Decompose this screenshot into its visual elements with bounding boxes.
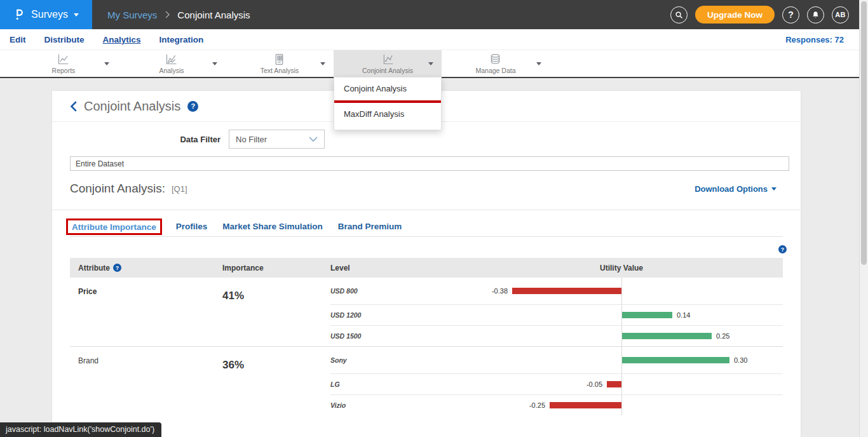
chevron-right-icon: [165, 11, 170, 18]
breadcrumb-current: Conjoint Analysis: [177, 10, 250, 20]
annotation-red-box: Attribute Importance: [66, 218, 162, 235]
divider: [70, 236, 783, 237]
back-chevron-icon[interactable]: [70, 101, 77, 112]
table-help-icon[interactable]: ?: [778, 245, 787, 253]
section-title: Conjoint Analysis:: [70, 182, 165, 196]
toolbar-item-label: Analysis: [159, 67, 184, 74]
utility-bar: [622, 357, 729, 363]
chevron-down-icon[interactable]: [104, 62, 109, 65]
toolbar-item-label: Conjoint Analysis: [362, 67, 413, 74]
toolbar-item-label: Manage Data: [475, 67, 515, 74]
vertical-scrollbar[interactable]: [859, 0, 868, 437]
level-row: Vizio-0.25: [330, 394, 783, 415]
page-help-icon[interactable]: ?: [187, 101, 198, 112]
importance-value: 41%: [222, 278, 330, 346]
level-label: USD 1200: [330, 311, 361, 319]
responses-count: Responses: 72: [785, 35, 859, 44]
line-chart-icon: [57, 53, 70, 66]
nav-distribute[interactable]: Distribute: [44, 35, 85, 44]
utility-value-label: -0.05: [587, 380, 602, 388]
chevron-down-icon[interactable]: [536, 62, 541, 65]
nav-edit[interactable]: Edit: [10, 35, 26, 44]
col-importance: Importance: [222, 264, 330, 272]
nav-analytics[interactable]: Analytics: [103, 35, 141, 44]
menu-item-maxdiff-analysis[interactable]: MaxDiff Analysis: [334, 103, 441, 126]
analytics-toolbar: Reports Analysis Text Analysis Conjoint …: [0, 50, 859, 78]
level-label: LG: [330, 380, 340, 388]
bell-icon: [811, 10, 820, 20]
utility-value-label: 0.30: [734, 356, 747, 364]
attribute-name: Brand: [70, 347, 222, 415]
product-switcher[interactable]: Surveys: [0, 0, 92, 29]
chevron-down-icon[interactable]: [320, 62, 325, 65]
tab-profiles[interactable]: Profiles: [175, 218, 209, 235]
utility-bar: [622, 333, 712, 339]
tab-brand-premium[interactable]: Brand Premium: [337, 218, 403, 235]
breadcrumb: My Surveys Conjoint Analysis: [107, 10, 250, 20]
level-rows: USD 800-0.38USD 12000.14USD 15000.25: [330, 278, 783, 346]
questionpro-logo-icon: [13, 7, 25, 22]
page-title: Conjoint Analysis: [84, 99, 180, 114]
attribute-name: Price: [70, 278, 222, 346]
table-help-row: ?: [52, 245, 801, 253]
level-row: USD 800-0.38: [330, 278, 783, 304]
attribute-help-icon[interactable]: ?: [113, 264, 121, 272]
toolbar-item-label: Text Analysis: [261, 67, 299, 74]
product-name: Surveys: [31, 9, 68, 20]
toolbar-item-conjoint-analysis[interactable]: Conjoint Analysis: [334, 50, 442, 77]
trend-chart-icon: [165, 53, 178, 66]
col-attribute: Attribute: [78, 264, 110, 272]
dataset-field[interactable]: Entire Dataset: [70, 156, 789, 171]
upgrade-now-button[interactable]: Upgrade Now: [695, 6, 775, 24]
table-header: Attribute ? Importance Level Utility Val…: [70, 258, 783, 278]
chevron-down-icon[interactable]: [428, 62, 433, 65]
chevron-down-icon: [309, 137, 318, 142]
data-filter-label: Data Filter: [52, 135, 220, 144]
toolbar-item-reports[interactable]: Reports: [10, 50, 118, 77]
chevron-down-icon[interactable]: [212, 62, 217, 65]
nav-integration[interactable]: Integration: [159, 35, 204, 44]
tab-market-share-simulation[interactable]: Market Share Simulation: [221, 218, 324, 235]
utility-value-label: -0.38: [492, 287, 508, 295]
data-filter-select[interactable]: No Filter: [229, 130, 325, 149]
utility-table: Attribute ? Importance Level Utility Val…: [70, 258, 783, 415]
level-row: USD 12000.14: [330, 304, 783, 325]
utility-bar: [550, 402, 621, 408]
utility-bar: [622, 312, 672, 318]
attribute-group: Price41%USD 800-0.38USD 12000.14USD 1500…: [70, 278, 783, 346]
data-filter-value: No Filter: [236, 135, 267, 144]
toolbar-item-manage-data[interactable]: Manage Data: [442, 50, 550, 77]
section-header: Conjoint Analysis: [Q1] Download Options: [52, 182, 801, 196]
col-utility-value: Utility Value: [600, 264, 643, 272]
scrollbar-thumb[interactable]: [861, 1, 867, 265]
utility-table-groups: Price41%USD 800-0.38USD 12000.14USD 1500…: [70, 278, 783, 415]
conjoint-card: Conjoint Analysis ? Data Filter No Filte…: [52, 91, 801, 437]
toolbar-item-label: Reports: [52, 67, 76, 74]
tab-attribute-importance[interactable]: Attribute Importance: [71, 218, 158, 236]
divider: [52, 210, 801, 210]
notifications-button[interactable]: [807, 6, 824, 24]
search-button[interactable]: [670, 6, 688, 24]
document-grid-icon: [273, 53, 286, 66]
utility-bar: [607, 381, 621, 387]
help-button[interactable]: ?: [782, 6, 799, 24]
chevron-down-icon: [771, 187, 776, 191]
level-label: Sony: [330, 356, 347, 364]
utility-bar: [512, 288, 621, 294]
toolbar-item-text-analysis[interactable]: Text Analysis: [226, 50, 334, 77]
download-options-label: Download Options: [695, 184, 768, 194]
survey-nav: Edit Distribute Analytics Integration Re…: [0, 29, 859, 50]
dot-chart-icon: [381, 53, 395, 66]
breadcrumb-my-surveys[interactable]: My Surveys: [107, 10, 157, 20]
download-options-link[interactable]: Download Options: [695, 184, 776, 194]
database-icon: [489, 53, 502, 66]
topbar-actions: Upgrade Now ? AB: [670, 6, 868, 24]
question-code: [Q1]: [172, 184, 187, 194]
chevron-down-icon: [74, 13, 79, 17]
avatar[interactable]: AB: [832, 6, 849, 24]
search-icon: [674, 10, 684, 20]
toolbar-item-analysis[interactable]: Analysis: [118, 50, 226, 77]
menu-item-conjoint-analysis[interactable]: Conjoint Analysis: [334, 77, 441, 100]
utility-value-label: -0.25: [529, 401, 545, 409]
level-label: USD 1500: [330, 332, 361, 340]
